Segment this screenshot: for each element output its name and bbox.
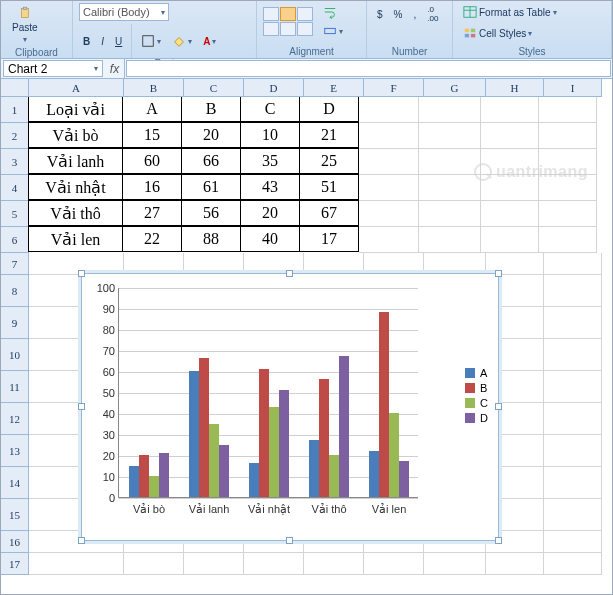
fx-icon[interactable]: fx [105, 59, 125, 78]
cell[interactable] [544, 253, 602, 275]
italic-button[interactable]: I [97, 24, 108, 58]
cell[interactable]: 56 [181, 200, 241, 226]
cell[interactable] [539, 175, 597, 201]
cell[interactable] [359, 227, 419, 253]
cell[interactable] [29, 553, 124, 575]
cell[interactable]: 22 [122, 226, 182, 252]
cell[interactable]: 35 [240, 148, 300, 174]
percent-button[interactable]: % [390, 5, 407, 23]
cell[interactable]: 20 [181, 122, 241, 148]
font-name-select[interactable]: Calibri (Body)▾ [79, 3, 169, 21]
cell[interactable]: 15 [122, 122, 182, 148]
select-all-corner[interactable] [1, 79, 29, 97]
row-header[interactable]: 14 [1, 467, 29, 499]
wrap-text-button[interactable] [319, 3, 347, 21]
cell[interactable]: 21 [299, 122, 359, 148]
cell[interactable] [544, 467, 602, 499]
chart-object[interactable]: 0102030405060708090100Vải bòVải lanhVải … [81, 273, 499, 541]
row-header[interactable]: 11 [1, 371, 29, 403]
cell[interactable]: Loại vải [28, 96, 123, 122]
cell[interactable]: 25 [299, 148, 359, 174]
cell[interactable] [539, 227, 597, 253]
cell[interactable] [544, 531, 602, 553]
cell[interactable] [481, 175, 539, 201]
col-header[interactable]: F [364, 79, 424, 97]
col-header[interactable]: C [184, 79, 244, 97]
merge-button[interactable]: ▾ [319, 22, 347, 40]
cell[interactable] [544, 499, 602, 531]
cell[interactable] [539, 123, 597, 149]
underline-button[interactable]: U [111, 24, 126, 58]
cell[interactable] [359, 123, 419, 149]
cell[interactable] [424, 253, 486, 275]
cell[interactable]: 27 [122, 200, 182, 226]
cell[interactable] [544, 371, 602, 403]
bold-button[interactable]: B [79, 24, 94, 58]
col-header[interactable]: E [304, 79, 364, 97]
cell[interactable] [124, 553, 184, 575]
cell[interactable]: 10 [240, 122, 300, 148]
cell[interactable] [359, 149, 419, 175]
cell[interactable] [544, 435, 602, 467]
cell[interactable] [544, 275, 602, 307]
alignment-grid[interactable] [263, 7, 313, 36]
row-header[interactable]: 15 [1, 499, 29, 531]
cell[interactable]: Vải nhật [28, 174, 123, 200]
row-header[interactable]: 9 [1, 307, 29, 339]
formula-input[interactable] [126, 60, 611, 77]
cell[interactable] [544, 339, 602, 371]
row-header[interactable]: 5 [1, 201, 29, 227]
border-button[interactable]: ▾ [137, 24, 165, 58]
col-header[interactable]: B [124, 79, 184, 97]
row-header[interactable]: 7 [1, 253, 29, 275]
cell[interactable]: Vải lanh [28, 148, 123, 174]
paste-button[interactable]: Paste ▾ [7, 3, 43, 47]
cell[interactable] [544, 403, 602, 435]
cell[interactable] [481, 123, 539, 149]
cell[interactable]: 16 [122, 174, 182, 200]
cell[interactable] [359, 175, 419, 201]
cell[interactable] [419, 123, 481, 149]
font-color-button[interactable]: A▾ [199, 24, 220, 58]
cell[interactable]: 20 [240, 200, 300, 226]
cell[interactable] [419, 149, 481, 175]
cell[interactable]: C [240, 96, 300, 122]
cell[interactable] [544, 307, 602, 339]
cell[interactable]: Vải thô [28, 200, 123, 226]
cell[interactable] [481, 227, 539, 253]
col-header[interactable]: D [244, 79, 304, 97]
worksheet[interactable]: A B C D E F G H I 1Loại vảiABCD2Vải bò15… [1, 79, 612, 594]
cell[interactable] [539, 201, 597, 227]
cell[interactable] [539, 149, 597, 175]
cell[interactable]: 17 [299, 226, 359, 252]
col-header[interactable]: I [544, 79, 602, 97]
row-header[interactable]: 16 [1, 531, 29, 553]
comma-button[interactable]: , [409, 5, 420, 23]
cell[interactable]: D [299, 96, 359, 122]
row-header[interactable]: 13 [1, 435, 29, 467]
cell[interactable] [29, 253, 124, 275]
format-as-table-button[interactable]: Format as Table▾ [459, 3, 561, 21]
cell[interactable] [364, 253, 424, 275]
cell[interactable] [419, 175, 481, 201]
cell[interactable] [359, 201, 419, 227]
cell[interactable] [244, 553, 304, 575]
cell[interactable] [359, 97, 419, 123]
cell[interactable] [419, 227, 481, 253]
cell[interactable] [124, 253, 184, 275]
cell[interactable]: 60 [122, 148, 182, 174]
row-header[interactable]: 6 [1, 227, 29, 253]
cell[interactable]: A [122, 96, 182, 122]
row-header[interactable]: 8 [1, 275, 29, 307]
cell[interactable] [544, 553, 602, 575]
cell[interactable] [481, 97, 539, 123]
cell[interactable] [481, 149, 539, 175]
cell[interactable]: 43 [240, 174, 300, 200]
fill-color-button[interactable]: ▾ [168, 24, 196, 58]
cell[interactable] [481, 201, 539, 227]
cell[interactable] [364, 553, 424, 575]
cell[interactable]: B [181, 96, 241, 122]
cell[interactable] [419, 97, 481, 123]
cell-styles-button[interactable]: Cell Styles▾ [459, 24, 536, 42]
cell[interactable] [539, 97, 597, 123]
